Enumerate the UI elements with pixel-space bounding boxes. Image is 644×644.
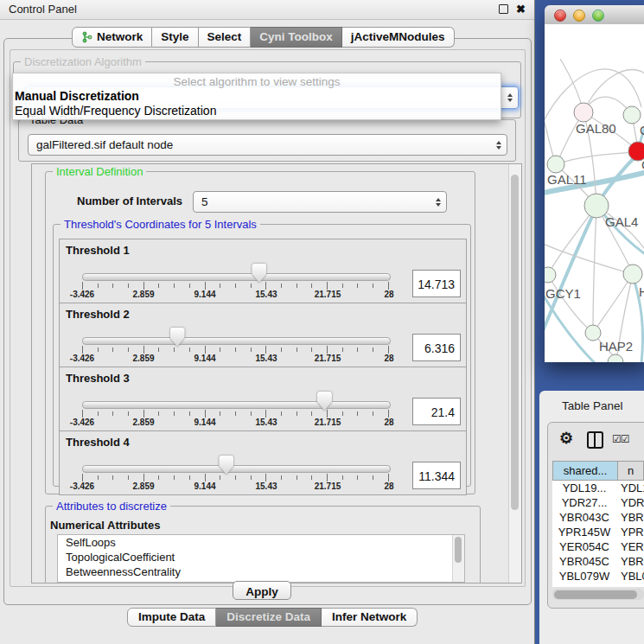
slider-thumb-shape <box>170 328 185 347</box>
numerical-attributes-list[interactable]: SelfLoopsTopologicalCoefficientBetweenne… <box>57 534 465 583</box>
threshold-value-field[interactable]: 14.713 <box>412 270 461 297</box>
network-node[interactable] <box>545 267 556 283</box>
attributes-scrollbar[interactable] <box>452 535 464 582</box>
tick-label: 21.715 <box>315 290 341 299</box>
tab-cyni-toolbox[interactable]: Cyni Toolbox <box>251 27 342 48</box>
close-icon[interactable]: ✖ <box>516 3 526 15</box>
node-label: H <box>639 284 644 299</box>
slider-thumb[interactable] <box>219 456 233 475</box>
table-header-row: shared... n <box>552 461 644 481</box>
slider-track[interactable] <box>82 465 391 473</box>
table-row[interactable]: YBR043CYBR0 <box>552 510 644 525</box>
network-node[interactable] <box>547 156 564 173</box>
tick-marks <box>82 346 389 354</box>
tick-label: 2.859 <box>132 481 154 491</box>
slider-track[interactable] <box>82 401 391 409</box>
slider-thumb[interactable] <box>317 392 332 411</box>
node-label: GA <box>640 123 644 137</box>
threshold-value-field[interactable]: 11.344 <box>412 462 461 489</box>
tab-style[interactable]: Style <box>152 27 198 48</box>
attributes-scrollbar-thumb[interactable] <box>455 537 462 563</box>
split-columns-icon[interactable] <box>587 431 603 449</box>
tick-mark <box>357 475 358 480</box>
network-canvas[interactable]: GAL80GACGAL11GAL4GCY1HHAP2 <box>545 24 644 362</box>
threshold-value-field[interactable]: 21.4 <box>412 398 461 425</box>
node-label: GCY1 <box>545 286 581 301</box>
tab-infer-network[interactable]: Infer Network <box>322 608 418 627</box>
slider-thumb-shape <box>252 264 266 283</box>
tick-label: 21.715 <box>315 354 341 363</box>
tick-mark <box>296 475 297 480</box>
table-row[interactable]: YBL079WYBL0 <box>552 569 644 583</box>
tick-mark <box>205 282 206 290</box>
tab-discretize-data[interactable]: Discretize Data <box>216 608 322 627</box>
table-row[interactable]: YPR145WYPR1 <box>552 525 644 539</box>
threshold-title: Threshold 3 <box>66 372 130 385</box>
top-tab-bar: Network Style Select Cyni Toolbox jActiv… <box>72 27 455 48</box>
table-row[interactable]: YLR345WYLR3 <box>552 583 644 587</box>
algorithm-group-label: Discretization Algorithm <box>21 55 145 68</box>
num-intervals-combobox[interactable]: 5 <box>193 191 447 213</box>
table-scrollbar-thumb[interactable] <box>554 590 637 599</box>
column-header-name[interactable]: n <box>618 462 643 480</box>
attribute-item[interactable]: TopologicalCoefficient <box>58 550 464 564</box>
table-row[interactable]: YER054CYER0 <box>552 539 644 554</box>
tab-select[interactable]: Select <box>199 27 252 48</box>
table-row[interactable]: YDR27...YDR2 <box>552 495 644 510</box>
zoom-traffic-light-icon[interactable] <box>592 10 604 22</box>
apply-button[interactable]: Apply <box>233 581 291 600</box>
threshold-value-field[interactable]: 6.316 <box>412 334 461 361</box>
attributes-group: Attributes to discretize Numerical Attri… <box>45 506 481 583</box>
tick-mark <box>235 411 236 416</box>
tab-network[interactable]: Network <box>72 27 152 48</box>
tick-mark <box>357 348 358 352</box>
table-data-group: Table Data galFiltered.sif default node <box>18 119 516 162</box>
network-node[interactable] <box>574 103 593 122</box>
float-window-icon[interactable] <box>499 4 508 14</box>
tick-mark <box>281 284 282 288</box>
tick-mark <box>327 410 328 418</box>
network-node[interactable] <box>623 106 641 124</box>
tick-mark <box>251 348 252 352</box>
table-horizontal-scrollbar[interactable] <box>552 589 644 600</box>
tab-style-label: Style <box>161 28 188 47</box>
tick-mark <box>296 411 297 416</box>
network-edge <box>545 242 629 273</box>
algorithm-option-manual[interactable]: Manual Discretization <box>15 89 139 103</box>
table-data-combobox[interactable]: galFiltered.sif default node <box>28 134 507 156</box>
tab-jactivemnodules[interactable]: jActiveMNodules <box>342 27 455 48</box>
threshold-title: Threshold 1 <box>66 244 130 257</box>
threshold-title: Threshold 4 <box>66 436 130 449</box>
algorithm-option-equal-width[interactable]: Equal Width/Frequency Discretization <box>15 104 216 118</box>
slider-thumb[interactable] <box>170 328 185 347</box>
network-node[interactable] <box>623 265 642 284</box>
slider-thumb[interactable] <box>252 264 266 283</box>
tab-jactivemnodules-label: jActiveMNodules <box>351 28 445 47</box>
slider-track[interactable] <box>82 337 391 345</box>
attribute-items: SelfLoopsTopologicalCoefficientBetweenne… <box>58 535 464 579</box>
checkbox-columns-icon[interactable]: ☑☑ <box>612 433 629 445</box>
table-row[interactable]: YDL19...YDL1 <box>552 481 644 495</box>
gear-icon[interactable]: ⚙ <box>559 429 573 448</box>
settings-vertical-scrollbar[interactable] <box>508 164 521 583</box>
table-row[interactable]: YBR045CYBR0 <box>552 554 644 569</box>
tick-mark <box>98 348 99 352</box>
tab-impute-data[interactable]: Impute Data <box>127 608 216 627</box>
column-header-shared[interactable]: shared... <box>553 462 618 480</box>
window-title: Control Panel <box>9 0 77 19</box>
close-traffic-light-icon[interactable] <box>554 10 566 22</box>
tick-mark <box>327 474 328 481</box>
attribute-item[interactable]: BetweennessCentrality <box>58 564 464 579</box>
tick-label: 9.144 <box>194 418 215 427</box>
minimize-traffic-light-icon[interactable] <box>573 10 585 22</box>
tick-mark <box>235 284 236 288</box>
tick-label: 21.715 <box>315 481 341 491</box>
network-node[interactable] <box>608 354 623 362</box>
settings-scrollbar-thumb[interactable] <box>511 175 519 510</box>
attribute-item[interactable]: SelfLoops <box>58 535 464 550</box>
algorithm-placeholder-option[interactable]: Select algorithm to view settings <box>13 75 501 88</box>
node-label: HAP2 <box>599 339 633 354</box>
slider-track[interactable] <box>82 273 391 281</box>
tick-mark <box>143 474 144 481</box>
tick-mark <box>296 284 297 288</box>
